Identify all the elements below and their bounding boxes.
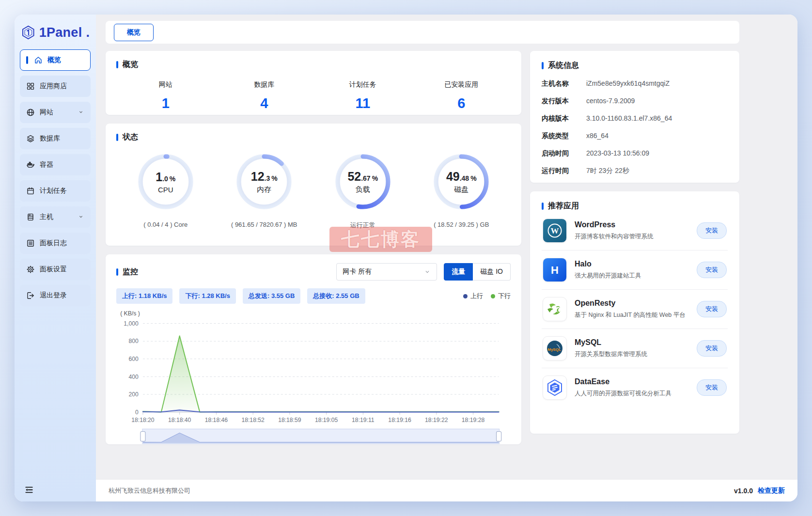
chart-legend: 上行 下行 <box>463 292 511 300</box>
container-icon <box>26 160 35 169</box>
info-row-boot-time: 启动时间 2023-03-13 10:56:09 <box>542 149 728 158</box>
stat-value[interactable]: 1 <box>116 95 215 111</box>
sidebar-item-cronjob[interactable]: 计划任务 <box>20 180 91 202</box>
load-detail: 运行正常 <box>350 221 375 230</box>
sidebar-item-overview[interactable]: 概览 <box>20 49 91 71</box>
section-bar <box>542 62 544 69</box>
svg-text:MySQL: MySQL <box>547 347 561 352</box>
up-rate-tag: 上行: 1.18 KB/s <box>116 288 172 304</box>
sidebar-item-host[interactable]: 主机 <box>20 206 91 228</box>
sidebar-nav: 概览 应用商店 网站 数据库 <box>20 49 91 306</box>
stat-websites: 网站 1 <box>116 80 215 111</box>
install-halo-button[interactable]: 安装 <box>697 262 727 278</box>
1panel-dashboard-window: 1Panel. 概览 应用商店 网站 <box>15 15 797 501</box>
tabbar: 概览 <box>106 21 739 44</box>
svg-text:600: 600 <box>128 356 139 362</box>
stat-databases: 数据库 4 <box>215 80 314 111</box>
stat-cronjobs: 计划任务 11 <box>313 80 412 111</box>
appstore-icon <box>26 82 35 91</box>
openresty-icon <box>543 297 567 321</box>
app-row-halo: H Halo 强大易用的开源建站工具 安装 <box>542 250 728 290</box>
globe-icon <box>26 108 35 117</box>
sidebar-item-panel-settings[interactable]: 面板设置 <box>20 259 91 280</box>
sidebar-item-database[interactable]: 数据库 <box>20 128 91 149</box>
sidebar-item-website[interactable]: 网站 <box>20 102 91 123</box>
svg-text:H: H <box>551 264 559 276</box>
install-dataease-button[interactable]: 安装 <box>697 379 727 396</box>
app-row-openresty: OpenResty 基于 Nginx 和 LuaJIT 的高性能 Web 平台 … <box>542 290 728 329</box>
status-card: 状态 <box>106 124 521 246</box>
section-bar <box>116 61 118 68</box>
svg-text:( KB/s ): ( KB/s ) <box>120 310 140 317</box>
svg-text:W: W <box>551 226 559 235</box>
brand-dot: . <box>86 25 90 40</box>
traffic-button[interactable]: 流量 <box>444 263 473 281</box>
svg-text:200: 200 <box>128 391 139 398</box>
collapse-sidebar-button[interactable] <box>23 484 35 496</box>
svg-text:18:19:28: 18:19:28 <box>462 417 485 423</box>
sidebar-item-appstore[interactable]: 应用商店 <box>20 76 91 97</box>
svg-text:1,000: 1,000 <box>124 320 139 327</box>
sidebar: 1Panel. 概览 应用商店 网站 <box>15 15 96 501</box>
svg-text:18:19:11: 18:19:11 <box>352 417 375 423</box>
svg-text:0: 0 <box>135 409 139 416</box>
check-update-link[interactable]: 检查更新 <box>758 486 785 495</box>
disk-gauge: 49.48% 磁盘 ( 18.52 / 39.25 ) GB <box>412 150 511 230</box>
status-title: 状态 <box>116 132 511 142</box>
svg-text:18:18:59: 18:18:59 <box>278 417 301 423</box>
monitor-header: 监控 网卡 所有 流量 磁盘 IO <box>116 263 511 281</box>
monitor-controls: 网卡 所有 流量 磁盘 IO <box>336 263 511 281</box>
chevron-down-icon <box>424 268 431 275</box>
sidebar-item-container[interactable]: 容器 <box>20 154 91 175</box>
load-gauge: 52.67% 负载 运行正常 <box>313 150 412 230</box>
info-row-uptime: 运行时间 7时 23分 22秒 <box>542 166 728 175</box>
status-gauges: 1.0% CPU ( 0.04 / 4 ) Core <box>116 150 511 230</box>
monitor-card: 监控 网卡 所有 流量 磁盘 IO <box>106 254 521 444</box>
1panel-logo-icon <box>21 23 36 42</box>
main-area: 概览 概览 网站 1 <box>96 15 797 501</box>
legend-up-dot <box>463 294 468 298</box>
install-openresty-button[interactable]: 安装 <box>697 301 727 317</box>
info-row-release: 发行版本 centos-7.9.2009 <box>542 96 728 106</box>
active-indicator-bar <box>26 56 28 64</box>
svg-text:18:19:05: 18:19:05 <box>315 417 338 423</box>
log-icon <box>26 239 35 248</box>
sidebar-item-logout[interactable]: 退出登录 <box>20 285 91 306</box>
wordpress-icon: W <box>543 219 567 243</box>
traffic-chart[interactable]: ( KB/s )02004006008001,00018:18:2018:18:… <box>116 307 511 450</box>
nic-select[interactable]: 网卡 所有 <box>336 263 437 281</box>
install-mysql-button[interactable]: 安装 <box>697 340 727 357</box>
stat-value[interactable]: 11 <box>313 95 412 111</box>
svg-text:18:18:40: 18:18:40 <box>168 417 191 423</box>
traffic-tags: 上行: 1.18 KB/s 下行: 1.28 KB/s 总发送: 3.55 GB… <box>116 288 511 304</box>
section-bar <box>116 268 118 276</box>
tabbar-wrap: 概览 <box>96 15 797 44</box>
system-info-title: 系统信息 <box>542 61 728 71</box>
content: 概览 网站 1 数据库 4 计划任务 11 <box>96 44 797 479</box>
sidebar-item-panel-log[interactable]: 面板日志 <box>20 233 91 254</box>
logout-icon <box>26 291 35 300</box>
gear-icon <box>26 265 35 274</box>
left-column: 概览 网站 1 数据库 4 计划任务 11 <box>106 51 521 474</box>
info-row-arch: 系统类型 x86_64 <box>542 131 728 141</box>
stat-value[interactable]: 6 <box>412 95 511 111</box>
monitor-title: 监控 <box>116 267 138 277</box>
collapse-icon <box>24 485 34 495</box>
version-label: v1.0.0 <box>734 487 753 495</box>
company-name: 杭州飞致云信息科技有限公司 <box>109 486 190 495</box>
stat-installed-apps: 已安装应用 6 <box>412 80 511 111</box>
app-row-wordpress: W WordPress 开源博客软件和内容管理系统 安装 <box>542 211 728 250</box>
logo: 1Panel. <box>20 21 91 49</box>
chevron-down-icon <box>78 109 84 117</box>
section-bar <box>542 203 544 210</box>
overview-title: 概览 <box>116 60 511 70</box>
stat-value[interactable]: 4 <box>215 95 314 111</box>
tab-overview[interactable]: 概览 <box>114 24 154 41</box>
system-info-card: 系统信息 主机名称 iZm5e8e59yxk61q4smtgqiZ 发行版本 c… <box>530 51 739 183</box>
legend-up[interactable]: 上行 <box>463 292 483 300</box>
info-row-hostname: 主机名称 iZm5e8e59yxk61q4smtgqiZ <box>542 79 728 88</box>
install-wordpress-button[interactable]: 安装 <box>697 222 727 239</box>
disk-detail: ( 18.52 / 39.25 ) GB <box>434 221 489 228</box>
disk-io-button[interactable]: 磁盘 IO <box>473 263 511 281</box>
legend-down[interactable]: 下行 <box>491 292 511 300</box>
